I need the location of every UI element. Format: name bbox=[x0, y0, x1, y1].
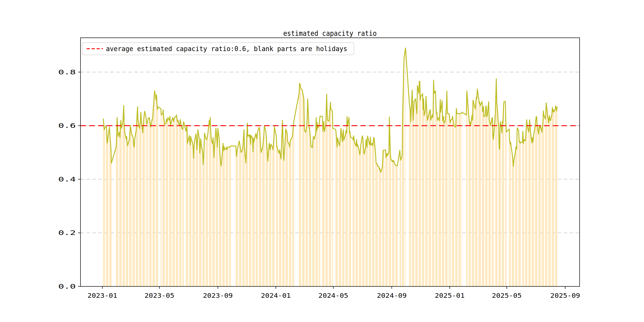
legend-label: average estimated capacity ratio:0.6, bl… bbox=[106, 45, 347, 53]
svg-text:2024-05: 2024-05 bbox=[318, 292, 348, 299]
svg-text:2025-05: 2025-05 bbox=[492, 292, 522, 299]
estimated-capacity-ratio-chart: 0.00.20.40.60.82023-012023-052023-092024… bbox=[0, 0, 644, 322]
chart-title: estimated capacity ratio bbox=[283, 29, 377, 37]
svg-text:0.2: 0.2 bbox=[58, 229, 76, 236]
svg-text:0.6: 0.6 bbox=[58, 122, 76, 130]
svg-text:0.8: 0.8 bbox=[58, 68, 76, 76]
svg-text:0.4: 0.4 bbox=[58, 176, 76, 183]
svg-text:2023-05: 2023-05 bbox=[144, 292, 174, 299]
svg-text:2024-01: 2024-01 bbox=[261, 292, 291, 299]
svg-text:2024-09: 2024-09 bbox=[377, 292, 407, 299]
svg-text:0.0: 0.0 bbox=[58, 283, 76, 290]
svg-text:2025-09: 2025-09 bbox=[550, 292, 580, 299]
svg-text:2023-09: 2023-09 bbox=[203, 292, 233, 299]
holiday-gap-bars bbox=[103, 48, 557, 286]
legend: average estimated capacity ratio:0.6, bl… bbox=[82, 42, 354, 55]
svg-text:2025-01: 2025-01 bbox=[435, 292, 465, 299]
svg-text:2023-01: 2023-01 bbox=[88, 292, 117, 299]
